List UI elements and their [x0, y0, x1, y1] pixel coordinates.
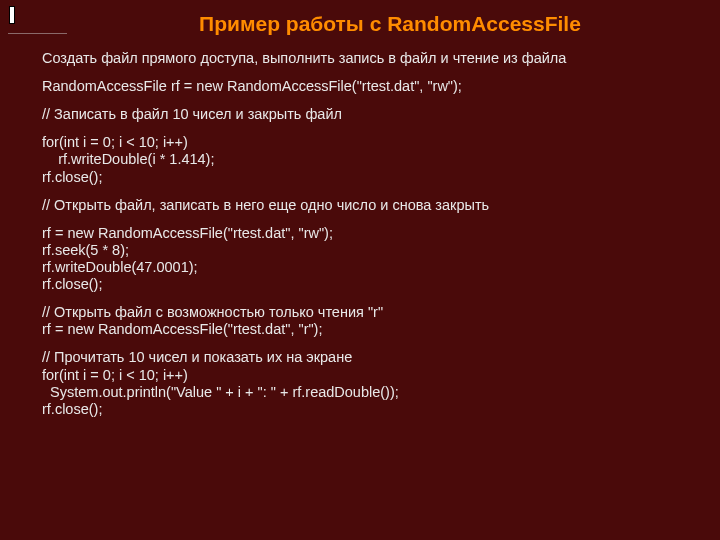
slide-title: Пример работы с RandomAccessFile — [0, 0, 720, 36]
comment-line: // Открыть файл, записать в него еще одн… — [42, 197, 686, 214]
comment-line: // Записать в файл 10 чисел и закрыть фа… — [42, 106, 686, 123]
code-line: RandomAccessFile rf = new RandomAccessFi… — [42, 78, 686, 95]
code-block: for(int i = 0; i < 10; i++) rf.writeDoub… — [42, 134, 686, 185]
code-block: rf = new RandomAccessFile("rtest.dat", "… — [42, 225, 686, 293]
code-block: // Открыть файл с возможностью только чт… — [42, 304, 686, 338]
slide-content: Создать файл прямого доступа, выполнить … — [0, 50, 720, 418]
top-rule — [8, 33, 67, 34]
code-block: // Прочитать 10 чисел и показать их на э… — [42, 349, 686, 417]
page-marker — [9, 6, 15, 24]
paragraph: Создать файл прямого доступа, выполнить … — [42, 50, 686, 67]
